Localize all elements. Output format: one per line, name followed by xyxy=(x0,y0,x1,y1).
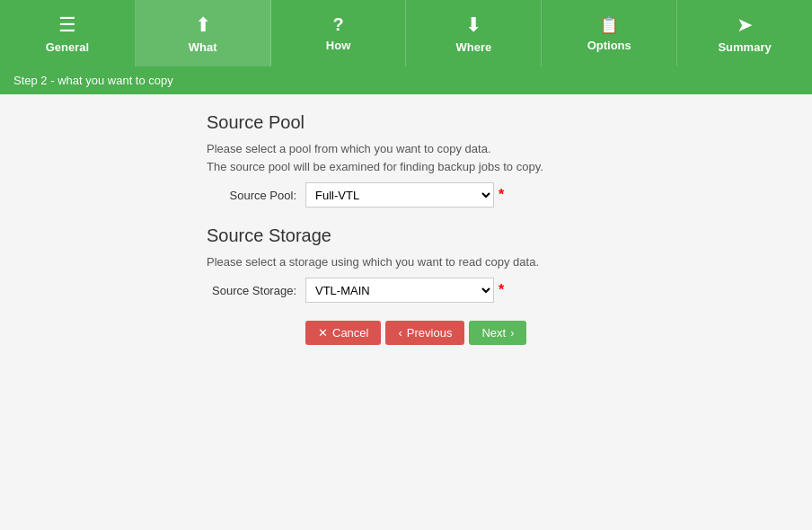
upload-icon: ⬆ xyxy=(195,13,211,37)
source-storage-title: Source Storage xyxy=(207,225,794,246)
tab-summary-label: Summary xyxy=(718,40,771,54)
source-pool-title: Source Pool xyxy=(207,112,794,133)
previous-button[interactable]: ‹ Previous xyxy=(385,321,464,345)
cancel-label: Cancel xyxy=(332,326,368,340)
tab-what[interactable]: ⬆ What xyxy=(136,0,271,66)
source-pool-select[interactable]: Full-VTL Incremental-VTL Differential-VT… xyxy=(305,182,494,208)
tab-how[interactable]: ? How xyxy=(271,0,407,66)
source-storage-label: Source Storage: xyxy=(207,284,305,297)
tab-options-label: Options xyxy=(587,39,631,52)
source-pool-required: * xyxy=(499,187,504,203)
source-storage-required: * xyxy=(499,282,504,298)
next-button[interactable]: Next › xyxy=(469,321,526,345)
cancel-icon: ✕ xyxy=(318,326,328,340)
tab-general-label: General xyxy=(46,40,89,54)
source-storage-form-group: Source Storage: VTL-MAIN VTL-SECONDARY D… xyxy=(207,278,794,303)
step-bar: Step 2 - what you want to copy xyxy=(0,66,812,94)
previous-icon: ‹ xyxy=(398,326,402,340)
button-row: ✕ Cancel ‹ Previous Next › xyxy=(305,321,794,345)
previous-label: Previous xyxy=(407,326,453,340)
top-navigation: ☰ General ⬆ What ? How ⬇ Where 📋 Options… xyxy=(0,0,812,66)
cancel-button[interactable]: ✕ Cancel xyxy=(305,321,381,345)
tab-where[interactable]: ⬇ Where xyxy=(406,0,542,66)
source-pool-form-group: Source Pool: Full-VTL Incremental-VTL Di… xyxy=(207,182,794,208)
main-content: Source Pool Please select a pool from wh… xyxy=(0,94,812,530)
source-pool-section: Source Pool Please select a pool from wh… xyxy=(207,112,794,208)
tab-what-label: What xyxy=(189,40,217,54)
tab-options[interactable]: 📋 Options xyxy=(542,0,677,66)
tab-how-label: How xyxy=(326,39,350,52)
source-pool-label: Source Pool: xyxy=(207,189,305,202)
tab-where-label: Where xyxy=(456,40,492,54)
step-bar-text: Step 2 - what you want to copy xyxy=(13,74,173,87)
next-icon: › xyxy=(510,326,514,340)
next-label: Next xyxy=(481,326,506,340)
source-pool-desc2: The source pool will be examined for fin… xyxy=(207,160,794,173)
list-icon: ☰ xyxy=(58,13,76,37)
source-storage-section: Source Storage Please select a storage u… xyxy=(207,225,794,303)
send-icon: ➤ xyxy=(737,13,753,37)
tab-summary[interactable]: ➤ Summary xyxy=(677,0,812,66)
source-storage-select[interactable]: VTL-MAIN VTL-SECONDARY DISK-MAIN xyxy=(305,278,494,303)
download-icon: ⬇ xyxy=(465,13,481,37)
source-storage-desc: Please select a storage using which you … xyxy=(207,255,794,269)
tab-general[interactable]: ☰ General xyxy=(0,0,136,66)
source-pool-desc1: Please select a pool from which you want… xyxy=(207,142,794,155)
question-icon: ? xyxy=(332,14,343,35)
clipboard-icon: 📋 xyxy=(599,15,619,35)
